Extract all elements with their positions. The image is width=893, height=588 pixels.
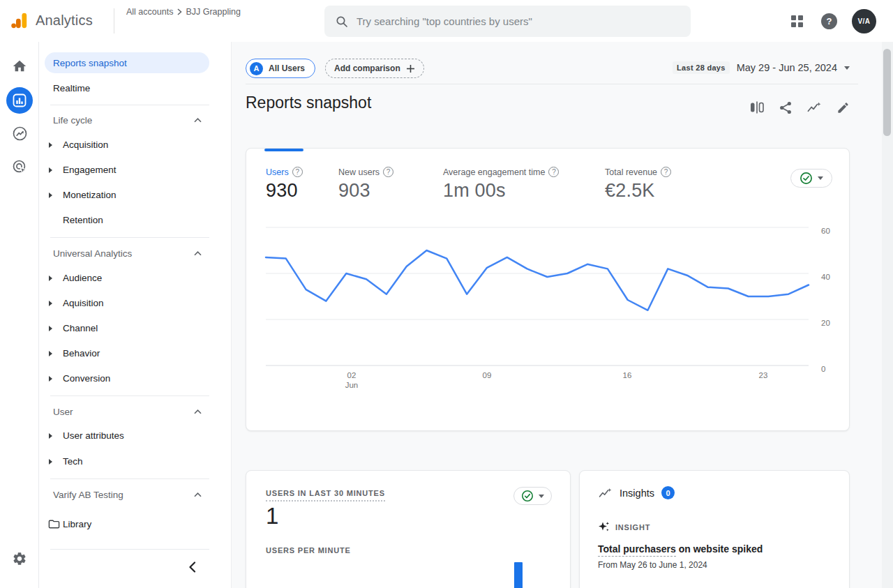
comparison-editor-icon[interactable] — [750, 100, 764, 114]
sidebar-item-library[interactable]: Library — [39, 514, 232, 535]
metric-tab-users[interactable]: Users ? 930 — [266, 167, 303, 202]
sidebar-item-behavior[interactable]: Behavior — [39, 343, 232, 364]
help-tooltip-icon[interactable]: ? — [292, 167, 303, 177]
breadcrumb-account[interactable]: All accounts — [126, 7, 173, 17]
insights-count-badge: 0 — [661, 486, 675, 499]
realtime-card: USERS IN LAST 30 MINUTES 1 USERS PER MIN… — [246, 470, 571, 588]
all-users-segment-chip[interactable]: A All Users — [246, 59, 315, 78]
sidebar-item-reports-snapshot[interactable]: Reports snapshot — [45, 52, 209, 73]
help-tooltip-icon[interactable]: ? — [548, 167, 559, 177]
sidebar-item-engagement[interactable]: Engagement — [39, 160, 232, 181]
search-icon — [336, 15, 348, 28]
search-bar[interactable] — [324, 6, 691, 37]
chevron-up-icon — [194, 492, 202, 497]
data-quality-button[interactable] — [513, 487, 552, 505]
analytics-logo[interactable]: Analytics — [10, 11, 93, 30]
date-range-value: May 29 - Jun 25, 2024 — [737, 62, 837, 73]
sidebar-item-tech[interactable]: Tech — [39, 451, 232, 472]
expand-arrow-icon — [49, 193, 52, 198]
breadcrumb[interactable]: All accounts BJJ Grappling — [126, 7, 241, 17]
segment-initial-badge: A — [250, 62, 263, 75]
chevron-up-icon — [194, 118, 202, 123]
add-comparison-button[interactable]: Add comparison — [325, 59, 424, 78]
rail-reports-button[interactable] — [0, 86, 39, 114]
rail-advertising-button[interactable] — [0, 153, 39, 181]
plus-icon — [406, 64, 415, 73]
sidebar-item-conversion[interactable]: Conversion — [39, 368, 232, 389]
expand-arrow-icon — [49, 167, 52, 173]
sidebar-item-channel[interactable]: Channel — [39, 318, 232, 339]
sidebar-section-user[interactable]: User — [39, 401, 232, 422]
y-axis-tick: 20 — [821, 319, 830, 327]
chevron-right-icon — [177, 8, 182, 15]
metric-tab-total-revenue[interactable]: Total revenue ? €2.5K — [605, 167, 671, 202]
sidebar-item-retention[interactable]: Retention — [39, 210, 232, 231]
collapse-sidebar-button[interactable] — [181, 556, 204, 578]
help-icon[interactable]: ? — [821, 13, 837, 29]
check-circle-icon — [800, 172, 813, 185]
gear-icon — [12, 551, 27, 566]
users-line-chart — [246, 218, 850, 382]
insights-header[interactable]: Insights 0 — [598, 486, 675, 499]
metric-tab-new-users[interactable]: New users ? 903 — [338, 167, 393, 202]
breadcrumb-property[interactable]: BJJ Grappling — [186, 7, 241, 17]
sidebar-item-aquisition[interactable]: Aquisition — [39, 293, 232, 314]
realtime-value: 1 — [266, 503, 278, 529]
avatar[interactable]: V/A — [852, 9, 876, 33]
edit-icon[interactable] — [836, 100, 850, 114]
insights-card: Insights 0 INSIGHT Total purchasers on w… — [579, 470, 850, 588]
help-tooltip-icon[interactable]: ? — [383, 167, 393, 177]
sidebar-item-realtime[interactable]: Realtime — [45, 77, 209, 98]
sidebar-section-universal-analytics[interactable]: Universal Analytics — [39, 243, 232, 264]
x-axis-tick: 23 — [748, 370, 779, 380]
sidebar-divider — [50, 237, 209, 238]
sidebar-item-audience[interactable]: Audience — [39, 268, 232, 289]
x-axis-tick: 02Jun — [336, 370, 367, 390]
insight-headline-link[interactable]: Total purchasers on website spiked — [598, 543, 763, 555]
apps-grid-icon[interactable] — [791, 15, 803, 27]
sidebar-divider — [50, 549, 209, 550]
scrollbar-thumb[interactable] — [883, 49, 891, 136]
users-overview-card: Users ? 930 New users ? 903 Average enga… — [246, 148, 850, 431]
chevron-up-icon — [194, 251, 202, 256]
app-header: Analytics All accounts BJJ Grappling ? V… — [0, 0, 893, 42]
insight-kicker: INSIGHT — [598, 521, 650, 533]
reports-icon — [13, 93, 27, 107]
report-toolbar — [750, 100, 850, 114]
insights-icon[interactable] — [807, 100, 821, 114]
data-quality-button[interactable] — [790, 169, 832, 188]
search-input[interactable] — [357, 15, 680, 27]
rail-home-button[interactable] — [0, 52, 39, 80]
sidebar-item-acquisition[interactable]: Acquisition — [39, 135, 232, 156]
chevron-left-icon — [189, 561, 196, 573]
advertising-icon — [12, 159, 28, 175]
sidebar-item-monetization[interactable]: Monetization — [39, 185, 232, 206]
y-axis-tick: 40 — [821, 273, 830, 281]
sidebar-section-life-cycle[interactable]: Life cycle — [39, 110, 232, 130]
expand-arrow-icon — [49, 142, 52, 148]
content-divider — [246, 84, 858, 84]
expand-arrow-icon — [49, 301, 52, 306]
comparison-row: A All Users Add comparison — [246, 59, 424, 78]
report-nav-sidebar: Reports snapshot Realtime Life cycle Acq… — [39, 42, 232, 588]
sidebar-section-varify-ab-testing[interactable]: Varify AB Testing — [39, 484, 232, 505]
y-axis-tick: 60 — [821, 227, 830, 235]
home-icon — [12, 59, 27, 74]
sidebar-item-user-attributes[interactable]: User attributes — [39, 425, 232, 446]
chevron-down-icon — [844, 66, 850, 70]
help-tooltip-icon[interactable]: ? — [661, 167, 671, 177]
sidebar-divider — [50, 478, 209, 479]
expand-arrow-icon — [49, 276, 52, 281]
icon-rail — [0, 42, 39, 588]
y-axis-tick: 0 — [821, 365, 825, 373]
chevron-down-icon — [539, 495, 544, 498]
share-icon[interactable] — [779, 100, 793, 114]
expand-arrow-icon — [49, 376, 52, 382]
product-name: Analytics — [36, 13, 93, 29]
metric-tab-avg-engagement-time[interactable]: Average engagement time ? 1m 00s — [443, 167, 559, 202]
rail-explore-button[interactable] — [0, 119, 39, 147]
rail-admin-button[interactable] — [0, 545, 39, 573]
folder-icon — [48, 519, 60, 529]
date-range-picker[interactable]: Last 28 days May 29 - Jun 25, 2024 — [673, 61, 850, 74]
expand-arrow-icon — [49, 433, 52, 439]
